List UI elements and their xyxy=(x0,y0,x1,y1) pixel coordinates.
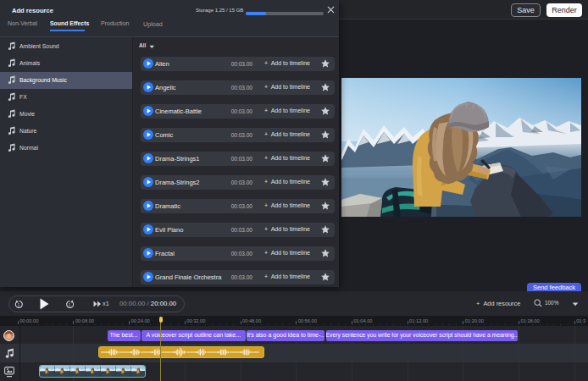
svg-text:1: 1 xyxy=(69,303,71,307)
svg-text:1: 1 xyxy=(18,303,20,307)
